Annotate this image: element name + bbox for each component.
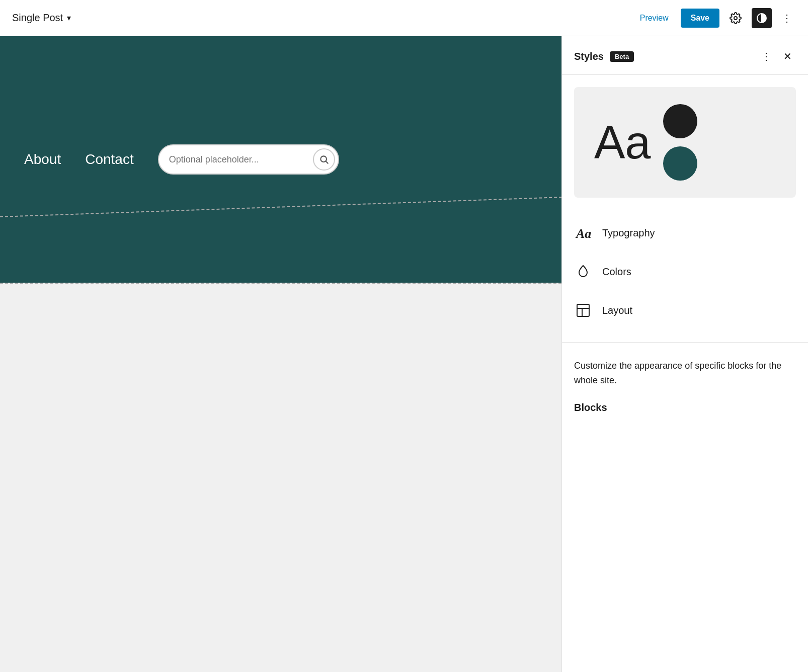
close-icon: ✕ (783, 51, 792, 62)
layout-option-icon (574, 301, 592, 319)
svg-text:Aa: Aa (575, 226, 591, 241)
layout-option-label: Layout (602, 305, 632, 316)
colors-icon (575, 264, 591, 280)
nav-link-about[interactable]: About (24, 151, 61, 167)
contrast-icon (756, 12, 768, 24)
style-option-layout[interactable]: Layout (574, 291, 796, 330)
dashed-border-top (0, 283, 561, 284)
nav-link-contact[interactable]: Contact (85, 151, 134, 167)
style-option-colors[interactable]: Colors (574, 253, 796, 291)
circle-dark (663, 146, 697, 181)
typography-option-label: Typography (602, 227, 655, 239)
circle-black (663, 104, 697, 138)
panel-more-button[interactable]: ⋮ (757, 48, 775, 64)
panel-more-icon: ⋮ (761, 51, 771, 62)
more-options-icon: ⋮ (782, 12, 792, 24)
typography-icon: Aa (575, 225, 591, 241)
right-panel: Styles Beta ⋮ ✕ Aa (561, 36, 808, 672)
svg-rect-5 (577, 304, 589, 316)
beta-badge: Beta (610, 51, 634, 62)
colors-option-icon (574, 263, 592, 281)
style-options-list: Aa Typography Colors (562, 210, 808, 342)
panel-header-right: ⋮ ✕ (757, 48, 796, 64)
style-option-typography[interactable]: Aa Typography (574, 214, 796, 253)
contrast-button[interactable] (752, 8, 772, 28)
site-header-block: About Contact (0, 36, 561, 283)
blocks-label: Blocks (574, 402, 607, 413)
style-preview-card: Aa (574, 87, 796, 198)
panel-header-left: Styles Beta (574, 51, 634, 62)
style-preview-text: Aa (594, 119, 651, 165)
search-button[interactable] (313, 148, 335, 171)
search-form (158, 144, 339, 175)
panel-close-button[interactable]: ✕ (779, 48, 796, 64)
chevron-down-icon: ▾ (67, 13, 71, 23)
top-bar-left: Single Post ▾ (12, 12, 71, 24)
svg-point-2 (320, 156, 327, 162)
main-layout: About Contact Styles Beta (0, 36, 808, 672)
more-options-button[interactable]: ⋮ (778, 8, 796, 28)
svg-point-0 (734, 17, 737, 20)
svg-line-3 (326, 161, 328, 164)
panel-bottom-description: Customize the appearance of specific blo… (574, 359, 796, 388)
settings-button[interactable] (725, 8, 746, 28)
post-title: Single Post (12, 12, 63, 24)
layout-icon (575, 302, 591, 318)
typography-option-icon: Aa (574, 224, 592, 242)
search-input[interactable] (169, 154, 309, 165)
save-button[interactable]: Save (681, 9, 719, 28)
top-bar-right: Preview Save ⋮ (634, 8, 796, 28)
colors-option-label: Colors (602, 266, 631, 278)
search-icon (319, 154, 329, 164)
panel-header: Styles Beta ⋮ ✕ (562, 36, 808, 75)
preview-button[interactable]: Preview (634, 10, 675, 27)
panel-bottom: Customize the appearance of specific blo… (562, 343, 808, 426)
gear-icon (730, 12, 742, 24)
top-bar: Single Post ▾ Preview Save ⋮ (0, 0, 808, 36)
style-preview-circles (663, 104, 697, 181)
panel-title: Styles (574, 51, 604, 62)
canvas-area: About Contact (0, 36, 561, 672)
